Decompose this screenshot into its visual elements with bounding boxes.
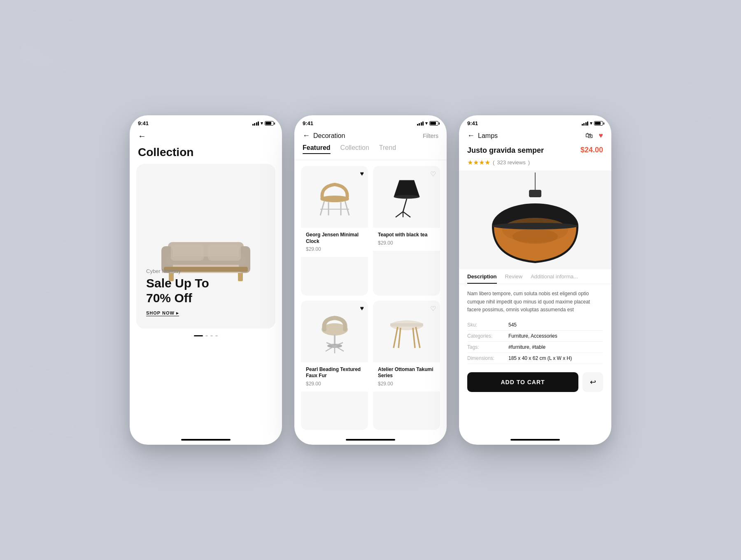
reviews-count: (: [493, 159, 494, 166]
pendant-lamp-svg: [473, 173, 597, 267]
filters-button[interactable]: Filters: [423, 133, 438, 139]
spec-value-dimensions: 185 x 40 x 62 cm (L x W x H): [508, 355, 572, 361]
product-description: Nam libero tempore, cum soluta nobis est…: [459, 284, 611, 314]
status-icons-2: ▾: [417, 121, 439, 126]
svg-line-19: [403, 212, 410, 217]
heart-1[interactable]: ♥: [360, 170, 364, 177]
product-info-3: Pearl Beading Textured Faux Fur $29.00: [301, 362, 368, 392]
spec-sku: Sku: 545: [467, 320, 603, 331]
product-img-4: ♡: [373, 301, 440, 362]
product-card-2[interactable]: ♡ Teapot with black: [373, 166, 440, 296]
wifi-icon-1: ▾: [261, 121, 263, 126]
products-grid: ♥ Georg: [294, 160, 447, 436]
product-price-1: $29.00: [306, 246, 363, 252]
svg-line-32: [416, 327, 420, 348]
heart-3[interactable]: ♥: [360, 305, 364, 312]
spec-label-sku: Sku:: [467, 322, 508, 328]
product-info-2: Teapot with black tea $29.00: [373, 228, 440, 251]
product-card-1[interactable]: ♥ Georg: [301, 166, 368, 296]
signal-bars-1: [252, 121, 259, 126]
tab-description[interactable]: Description: [467, 273, 497, 284]
time-2: 9:41: [303, 120, 313, 126]
cyber-label: Cyber Monday: [146, 268, 209, 274]
tab-featured[interactable]: Featured: [303, 144, 331, 154]
spec-value-sku: 545: [508, 322, 517, 328]
svg-point-16: [394, 195, 419, 199]
signal-bar-4: [258, 121, 259, 126]
battery-icon-2: [429, 121, 438, 126]
spec-label-dimensions: Dimensions:: [467, 355, 508, 361]
product-header-info: Justo gravida semper $24.00: [459, 144, 611, 159]
spec-dimensions: Dimensions: 185 x 40 x 62 cm (L x W x H): [467, 353, 603, 364]
chair-svg: [314, 174, 355, 219]
signal-bar-1: [252, 124, 254, 126]
tab-additional[interactable]: Additional informa...: [531, 273, 578, 284]
product-detail: Justo gravida semper $24.00 ★★★★ (323 re…: [459, 144, 611, 436]
product-info-1: Georg Jensen Minimal Clock $29.00: [301, 228, 368, 257]
home-indicator-2: [346, 439, 395, 441]
back-button-1[interactable]: ←: [138, 131, 146, 141]
dot-3: [210, 335, 213, 336]
spec-tags: Tags: #furniture, #table: [467, 342, 603, 353]
home-indicator-3: [510, 439, 560, 441]
cart-icon[interactable]: 🛍: [585, 131, 593, 140]
battery-fill-1: [266, 122, 271, 125]
hero-text-overlay: Cyber Monday Sale Up To70% Off SHOP NOW …: [146, 268, 209, 316]
review-text: 323 reviews: [497, 159, 525, 166]
product-detail-price: $24.00: [580, 146, 603, 154]
svg-line-11: [320, 201, 324, 215]
spec-value-tags: #furniture, #table: [508, 344, 545, 350]
product-name-4: Atelier Ottoman Takumi Series: [378, 366, 435, 379]
favorite-icon[interactable]: ♥: [599, 131, 603, 140]
nav-icons-3: 🛍 ♥: [585, 131, 603, 140]
signal-bar-2: [254, 123, 255, 126]
status-bar-3: 9:41 ▾: [459, 115, 611, 128]
svg-rect-7: [171, 244, 204, 261]
product-card-4[interactable]: ♡ Atelier Ottoman Takumi Series: [373, 301, 440, 430]
status-bar-2: 9:41 ▾: [294, 115, 447, 128]
spec-label-tags: Tags:: [467, 344, 508, 350]
back-button-3[interactable]: ←: [467, 131, 475, 140]
product-img-2: ♡: [373, 166, 440, 228]
home-indicator-1: [181, 439, 231, 441]
share-button[interactable]: ↩: [583, 372, 603, 392]
tab-review[interactable]: Review: [505, 273, 523, 284]
product-name-2: Teapot with black tea: [378, 232, 435, 238]
status-bar-1: 9:41 ▾: [130, 115, 282, 128]
lamp-hero-area: [459, 170, 611, 269]
tab-trend[interactable]: Trend: [379, 144, 396, 154]
sale-text: Sale Up To70% Off: [146, 276, 209, 306]
product-info-4: Atelier Ottoman Takumi Series $29.00: [373, 362, 440, 392]
product-price-3: $29.00: [306, 381, 363, 387]
wifi-icon-3: ▾: [590, 121, 592, 126]
product-detail-name: Justo gravida semper: [467, 146, 544, 155]
swivel-svg: [314, 309, 355, 354]
spec-categories: Categories: Furniture, Accessories: [467, 331, 603, 342]
battery-icon-3: [594, 121, 603, 126]
product-name-3: Pearl Beading Textured Faux Fur: [306, 366, 363, 379]
star-rating: ★★★★ (323 reviews): [459, 159, 611, 170]
dot-2: [205, 335, 208, 336]
signal-bars-2: [417, 121, 424, 126]
phone2-header: ← Decoration Filters: [294, 128, 447, 144]
add-to-cart-button[interactable]: ADD TO CART: [467, 372, 578, 392]
nav-left-2: ← Decoration: [303, 131, 345, 140]
back-button-2[interactable]: ←: [303, 131, 310, 140]
heart-4[interactable]: ♡: [430, 305, 436, 313]
add-to-cart-area: ADD TO CART ↩: [459, 366, 611, 397]
product-price-4: $29.00: [378, 381, 435, 387]
svg-rect-8: [208, 244, 241, 261]
carousel-dots: [130, 329, 282, 341]
phones-container: 9:41 ▾ ← Collection: [130, 115, 611, 445]
dot-active: [194, 335, 203, 336]
table-svg: [386, 309, 427, 354]
heart-2[interactable]: ♡: [430, 170, 436, 178]
product-specs: Sku: 545 Categories: Furniture, Accessor…: [459, 314, 611, 364]
wifi-icon-2: ▾: [425, 121, 428, 126]
product-card-3[interactable]: ♥: [301, 301, 368, 430]
detail-tabs: Description Review Additional informa...: [459, 273, 611, 284]
shop-now-button[interactable]: SHOP NOW ▸: [146, 310, 179, 316]
tab-collection[interactable]: Collection: [340, 144, 369, 154]
signal-bar-3: [256, 122, 257, 126]
product-name-1: Georg Jensen Minimal Clock: [306, 232, 363, 245]
